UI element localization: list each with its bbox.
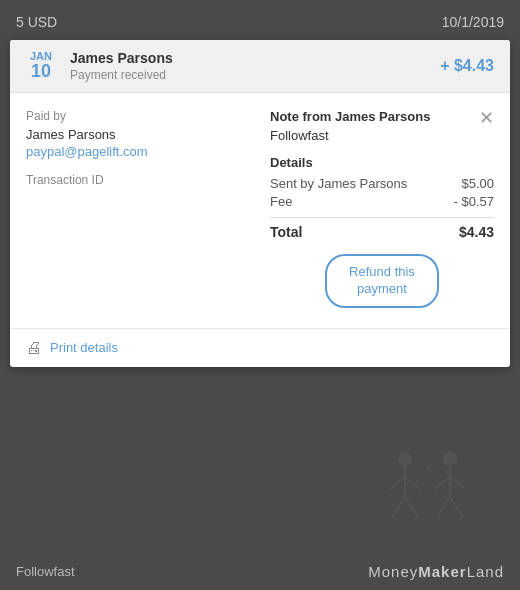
svg-point-0	[398, 452, 412, 466]
left-column: Paid by James Parsons paypal@pagelift.co…	[26, 109, 250, 318]
refund-line2: payment	[357, 281, 407, 296]
svg-line-3	[405, 477, 420, 489]
bottom-left-text: Followfast	[16, 564, 75, 579]
details-row-fee: Fee - $0.57	[270, 194, 494, 209]
day-label: 10	[26, 62, 56, 82]
bottom-bar: Followfast MoneyMakerLand	[0, 553, 520, 590]
brand-money: Money	[368, 563, 418, 580]
refund-line1: Refund this	[349, 264, 415, 279]
total-row: Total $4.43	[270, 217, 494, 240]
svg-line-11	[450, 497, 463, 517]
payment-amount-header: + $4.43	[440, 57, 494, 75]
note-from-label: Note from James Parsons	[270, 109, 494, 124]
fee-amount: - $0.57	[454, 194, 494, 209]
date-block: JAN 10	[26, 50, 56, 82]
svg-line-10	[437, 497, 450, 517]
svg-point-6	[443, 452, 457, 466]
details-row-sent: Sent by James Parsons $5.00	[270, 176, 494, 191]
sent-by-amount: $5.00	[461, 176, 494, 191]
svg-text:*: *	[425, 461, 432, 481]
svg-line-8	[435, 477, 450, 489]
note-text: Followfast	[270, 128, 494, 143]
payer-email[interactable]: paypal@pagelift.com	[26, 144, 250, 159]
refund-payment-button[interactable]: Refund this payment	[325, 254, 439, 308]
printer-icon: 🖨	[26, 339, 42, 357]
svg-line-5	[405, 497, 418, 517]
total-amount: $4.43	[459, 224, 494, 240]
currency-label: 5 USD	[16, 14, 57, 30]
brand-maker: Maker	[418, 563, 466, 580]
brand-land: Land	[467, 563, 504, 580]
payer-name-header: James Parsons	[70, 50, 440, 66]
card-header: JAN 10 James Parsons Payment received + …	[10, 40, 510, 93]
transaction-id-label: Transaction ID	[26, 173, 250, 187]
svg-line-2	[390, 477, 405, 489]
card-footer: 🖨 Print details	[10, 328, 510, 367]
right-column: ✕ Note from James Parsons Followfast Det…	[270, 109, 494, 318]
svg-line-9	[450, 477, 465, 489]
total-label: Total	[270, 224, 302, 240]
header-info: James Parsons Payment received	[70, 50, 440, 82]
refund-button-container: Refund this payment	[270, 254, 494, 308]
svg-line-4	[392, 497, 405, 517]
card-body: Paid by James Parsons paypal@pagelift.co…	[10, 93, 510, 328]
payment-status: Payment received	[70, 68, 440, 82]
sent-by-desc: Sent by James Parsons	[270, 176, 407, 191]
close-button[interactable]: ✕	[479, 109, 494, 127]
paid-by-label: Paid by	[26, 109, 250, 123]
brand-label: MoneyMakerLand	[368, 563, 504, 580]
details-label: Details	[270, 155, 494, 170]
fee-desc: Fee	[270, 194, 292, 209]
print-details-link[interactable]: Print details	[50, 340, 118, 355]
watermark: *	[370, 447, 490, 540]
date-label: 10/1/2019	[442, 14, 504, 30]
payment-card: JAN 10 James Parsons Payment received + …	[10, 40, 510, 367]
payer-name: James Parsons	[26, 127, 250, 142]
